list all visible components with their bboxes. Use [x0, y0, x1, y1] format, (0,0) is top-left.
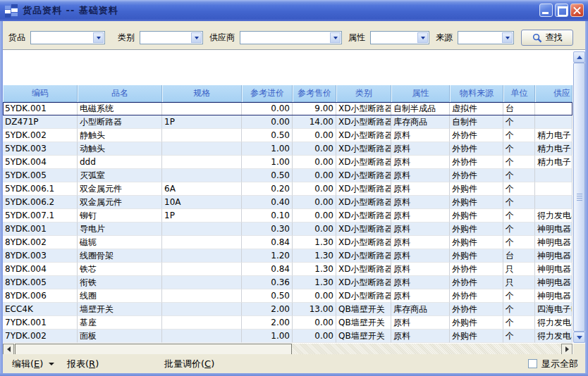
title-bar[interactable]: 货品资料 -- 基础资料 — [0, 0, 588, 21]
table-cell: 外协件 — [450, 303, 503, 316]
table-row[interactable]: 5YDK.004ddd1.000.00XD小型断路器原料外协件个精力电子 — [3, 156, 572, 169]
table-cell: 0.84 — [242, 263, 293, 276]
table-row[interactable]: ECC4K墙壁开关2.0013.00QB墙壁开关库存商品外协件个四海电子电器 — [3, 303, 572, 316]
column-header[interactable]: 类别 — [336, 85, 391, 102]
table-row[interactable]: 8YDK.002磁轭0.841.30XD小型断路器原料外购件个神明电器 — [3, 236, 572, 249]
table-row[interactable]: 8YDK.003线圈骨架1.201.30XD小型断路器原料外购件台神明电器 — [3, 249, 572, 263]
chevron-down-icon[interactable] — [93, 32, 104, 43]
table-cell: 个 — [503, 169, 535, 182]
search-button[interactable]: 查找 — [521, 30, 573, 46]
table-cell: 自制半成品 — [391, 102, 450, 115]
triangle-down-icon — [577, 336, 582, 339]
window-border-left — [0, 21, 3, 376]
table-row[interactable]: 8YDK.005衔铁0.361.30XD小型断路器原料外协件只神明电器 — [3, 276, 572, 289]
chevron-down-icon[interactable] — [417, 32, 428, 43]
table-cell: 原料 — [391, 263, 450, 276]
table-cell: 原料 — [391, 182, 450, 196]
table-row[interactable]: 5YDK.001电磁系统0.009.00XD小型断路器自制半成品虚拟件台 — [3, 102, 572, 115]
supplier-dropdown[interactable] — [240, 31, 342, 44]
edit-menu-button[interactable]: 编辑(E) — [12, 354, 54, 373]
filter-toolbar: 货品 类别 供应商 属性 — [3, 21, 585, 49]
table-row[interactable]: 5YDK.003动触头1.000.00XD小型断路器原料外协件个精力电子 — [3, 142, 572, 156]
scroll-up-button[interactable] — [573, 51, 585, 63]
table-row[interactable]: 5YDK.006.2双金属元件10A0.400.00XD小型断路器原料外购件个 — [3, 196, 572, 209]
column-header[interactable]: 供应 — [535, 85, 572, 102]
window-border-right — [585, 21, 588, 376]
show-all-checkbox[interactable]: 显示全部 — [528, 354, 578, 373]
table-cell: 外协件 — [450, 169, 503, 182]
table-cell: 0.84 — [242, 236, 293, 249]
attribute-dropdown[interactable] — [370, 31, 429, 44]
table-cell: 外购件 — [450, 316, 503, 330]
table-cell: 双金属元件 — [78, 182, 162, 196]
chevron-down-icon[interactable] — [191, 32, 202, 43]
chevron-down-icon[interactable] — [502, 32, 513, 43]
table-cell: 外协件 — [450, 263, 503, 276]
scroll-right-button[interactable] — [561, 344, 572, 355]
column-header[interactable]: 物料来源 — [450, 85, 503, 102]
table-cell: 外协件 — [450, 142, 503, 156]
horizontal-scroll-thumb[interactable] — [15, 344, 292, 355]
horizontal-scrollbar[interactable] — [3, 344, 572, 355]
vertical-scroll-thumb[interactable] — [573, 63, 585, 332]
table-row[interactable]: 5YDK.005灭弧室0.500.00XD小型断路器原料外协件个 — [3, 169, 572, 182]
column-header[interactable]: 单位 — [503, 85, 535, 102]
source-dropdown[interactable] — [458, 31, 514, 44]
table-cell: XD小型断路器 — [336, 169, 391, 182]
table-row[interactable]: 8YDK.004铁芯0.841.30XD小型断路器原料外协件只神明电器 — [3, 263, 572, 276]
table-cell: 0.50 — [242, 129, 293, 142]
table-row[interactable]: 7YDK.002面板1.000.00QB墙壁开关原料外购件个得力发电器 — [3, 330, 572, 343]
table-cell: 外购件 — [450, 330, 503, 343]
batch-price-button[interactable]: 批量调价(C) — [164, 354, 214, 373]
scroll-down-button[interactable] — [573, 332, 585, 343]
scroll-left-button[interactable] — [3, 344, 14, 355]
table-row[interactable]: 5YDK.002静触头0.500.00XD小型断路器原料外协件个精力电子 — [3, 129, 572, 142]
table-cell: 库存商品 — [391, 115, 450, 129]
table-cell: 13.00 — [293, 303, 336, 316]
checkbox-icon[interactable] — [528, 359, 537, 368]
column-header[interactable]: 参考售价 — [293, 85, 336, 102]
table-row[interactable]: 8YDK.006线圈0.500.00XD小型断路器原料外协件个神明电器 — [3, 289, 572, 303]
chevron-down-icon[interactable] — [330, 32, 341, 43]
table-cell: 自制件 — [450, 115, 503, 129]
column-header[interactable]: 参考进价 — [242, 85, 293, 102]
column-header[interactable]: 编码 — [3, 85, 78, 102]
table-cell: 0.00 — [293, 223, 336, 236]
table-row[interactable]: DZ471P小型断路器1P0.0014.00XD小型断路器库存商品自制件个 — [3, 115, 572, 129]
maximize-button[interactable] — [555, 4, 568, 17]
table-cell: 四海电子电器 — [535, 303, 572, 316]
menu-label: ) — [211, 354, 214, 373]
table-cell: 库存商品 — [391, 303, 450, 316]
report-menu-button[interactable]: 报表(R) — [67, 354, 99, 373]
table-cell: 得力发电器 — [535, 330, 572, 343]
column-header[interactable]: 属性 — [391, 85, 450, 102]
table-row[interactable]: 5YDK.006.1双金属元件6A0.200.00XD小型断路器原料外购件个 — [3, 182, 572, 196]
table-cell: 神明电器 — [535, 223, 572, 236]
column-header[interactable]: 品名 — [78, 85, 162, 102]
table-cell — [535, 182, 572, 196]
goods-dropdown[interactable] — [30, 31, 105, 44]
search-button-label: 查找 — [546, 32, 563, 44]
table-cell: 外协件 — [450, 276, 503, 289]
table-row[interactable]: 8YDK.001导电片0.300.00XD小型断路器原料外购件个神明电器 — [3, 223, 572, 236]
table-cell: 神明电器 — [535, 249, 572, 263]
table-cell: 只 — [503, 276, 535, 289]
vertical-scrollbar[interactable] — [573, 51, 585, 343]
table-cell: QB墙壁开关 — [336, 316, 391, 330]
table-cell: 1P — [162, 115, 242, 129]
table-cell: 0.00 — [293, 156, 336, 169]
table-row[interactable]: 7YDK.001基座2.000.00QB墙壁开关原料外购件个得力发电器 — [3, 316, 572, 330]
table-cell: 1.30 — [293, 263, 336, 276]
column-header[interactable]: 规格 — [162, 85, 242, 102]
category-dropdown[interactable] — [140, 31, 203, 44]
table-cell: 原料 — [391, 316, 450, 330]
table-cell: 0.00 — [293, 142, 336, 156]
close-button[interactable] — [570, 4, 584, 17]
table-cell — [162, 156, 242, 169]
table-row[interactable]: 5YDK.007.1铆钉1P0.100.00XD小型断路器原料外购件个得力发电器 — [3, 209, 572, 223]
table-cell: 0.20 — [242, 182, 293, 196]
table-cell: XD小型断路器 — [336, 102, 391, 115]
table-cell: 0.00 — [293, 182, 336, 196]
table-cell: 2.00 — [242, 303, 293, 316]
minimize-button[interactable] — [539, 4, 553, 17]
